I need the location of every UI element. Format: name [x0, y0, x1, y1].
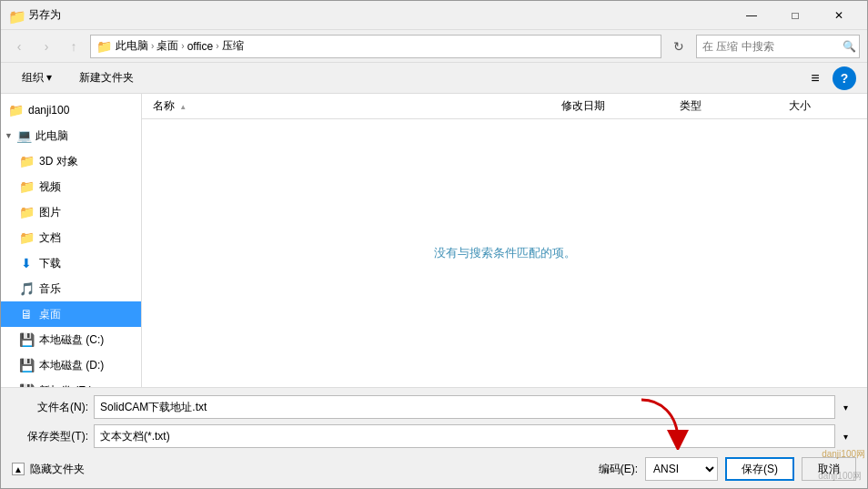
filetype-input-wrap: ▾	[94, 424, 856, 448]
filetype-row: 保存类型(T): ▾	[12, 424, 856, 448]
hide-files-label: 隐藏文件夹	[30, 462, 85, 477]
picture-icon: 📁	[19, 205, 34, 219]
folder-icon: 📁	[8, 103, 23, 117]
path-sep3: ›	[216, 41, 218, 51]
address-path: 此电脑 › 桌面 › office › 压缩	[116, 38, 244, 54]
titlebar-title: 另存为	[28, 7, 731, 23]
cancel-button[interactable]: 取消	[802, 457, 856, 481]
titlebar-folder-icon: 📁	[8, 8, 23, 23]
pc-icon: 💻	[16, 128, 32, 143]
search-input[interactable]	[702, 40, 839, 53]
sidebar-label: 文档	[39, 230, 61, 246]
second-toolbar: 组织 ▾ 新建文件夹 ≡ ?	[1, 63, 867, 94]
sidebar-item-drive-e[interactable]: 💾 新加卷 (E:)	[1, 378, 141, 387]
sidebar-label: 桌面	[39, 307, 61, 322]
sidebar-label: 本地磁盘 (D:)	[39, 358, 104, 373]
sidebar-label: 音乐	[39, 281, 61, 297]
file-list-header: 名称 ▲ 修改日期 类型 大小	[142, 94, 867, 119]
refresh-button[interactable]: ↻	[667, 35, 691, 58]
music-icon: 🎵	[19, 281, 34, 296]
bottom-actions: ▲ 隐藏文件夹 编码(E): ANSI UTF-8 Unicode 保存(S) …	[12, 453, 856, 483]
encoding-select[interactable]: ANSI UTF-8 Unicode	[645, 457, 718, 481]
filename-dropdown-arrow[interactable]: ▾	[834, 395, 856, 419]
sidebar-label: 本地磁盘 (C:)	[39, 332, 104, 348]
sidebar-item-desktop[interactable]: 🖥 桌面	[1, 301, 141, 327]
path-desktop: 桌面	[156, 38, 178, 54]
sidebar-item-picture[interactable]: 📁 图片	[1, 199, 141, 225]
toolbar2-right: ≡ ?	[803, 66, 856, 90]
filetype-dropdown-arrow[interactable]: ▾	[834, 424, 856, 448]
col-modified[interactable]: 修改日期	[556, 98, 674, 114]
save-as-dialog: 📁 另存为 — □ ✕ ‹ › ↑ 📁 此电脑 › 桌面 › office › …	[0, 0, 868, 489]
sidebar-item-danji100[interactable]: 📁 danji100	[1, 97, 141, 123]
filename-label: 文件名(N):	[12, 400, 94, 415]
new-folder-button[interactable]: 新建文件夹	[69, 66, 144, 90]
address-folder-icon: 📁	[96, 39, 112, 54]
col-size[interactable]: 大小	[783, 98, 856, 114]
sidebar-item-video[interactable]: 📁 视频	[1, 174, 141, 199]
close-button[interactable]: ✕	[818, 2, 860, 29]
download-icon: ⬇	[19, 256, 34, 270]
sort-icon: ▲	[179, 103, 187, 111]
sidebar-label: 3D 对象	[39, 154, 78, 169]
drive-icon: 💾	[19, 358, 34, 372]
sidebar: 📁 danji100 ▼ 💻 此电脑 📁 3D 对象 📁 视频 📁	[1, 94, 142, 387]
filename-input-wrap: ▾	[94, 395, 856, 419]
sidebar-item-3d[interactable]: 📁 3D 对象	[1, 148, 141, 174]
filename-row: 文件名(N): ▾	[12, 395, 856, 419]
drive-icon: 💾	[19, 332, 34, 347]
up-button[interactable]: ↑	[63, 36, 85, 57]
back-button[interactable]: ‹	[8, 36, 30, 57]
doc-icon: 📁	[19, 230, 34, 245]
sidebar-item-doc[interactable]: 📁 文档	[1, 225, 141, 250]
folder-icon: 📁	[19, 154, 34, 168]
hide-files-toggle[interactable]: ▲ 隐藏文件夹	[12, 462, 85, 477]
organize-button[interactable]: 组织 ▾	[12, 66, 62, 90]
path-compress: 压缩	[222, 38, 244, 54]
search-box[interactable]: 🔍	[696, 35, 860, 58]
chevron-icon: ▼	[5, 131, 13, 140]
encoding-label: 编码(E):	[599, 462, 638, 477]
path-sep2: ›	[181, 41, 184, 51]
help-button[interactable]: ?	[833, 66, 856, 90]
sidebar-label: 图片	[39, 205, 61, 220]
main-content: 📁 danji100 ▼ 💻 此电脑 📁 3D 对象 📁 视频 📁	[1, 94, 867, 387]
file-list-empty: 没有与搜索条件匹配的项。	[142, 119, 867, 387]
filetype-label: 保存类型(T):	[12, 429, 94, 444]
bottom-form: 文件名(N): ▾ 保存类型(T): ▾ ▲ 隐藏文件夹 编码(E):	[1, 387, 867, 488]
filename-input[interactable]	[94, 395, 856, 419]
sidebar-item-drive-d[interactable]: 💾 本地磁盘 (D:)	[1, 352, 141, 378]
filetype-input[interactable]	[94, 424, 856, 448]
sidebar-item-music[interactable]: 🎵 音乐	[1, 276, 141, 301]
sidebar-label: danji100	[28, 104, 69, 117]
address-bar[interactable]: 📁 此电脑 › 桌面 › office › 压缩	[90, 35, 661, 58]
maximize-button[interactable]: □	[774, 2, 816, 29]
path-sep1: ›	[151, 41, 154, 51]
titlebar-buttons: — □ ✕	[731, 2, 860, 29]
empty-message: 没有与搜索条件匹配的项。	[434, 245, 576, 261]
sidebar-label: 视频	[39, 179, 61, 195]
sidebar-item-pc[interactable]: ▼ 💻 此电脑	[1, 123, 141, 148]
path-pc: 此电脑	[116, 38, 148, 54]
address-toolbar: ‹ › ↑ 📁 此电脑 › 桌面 › office › 压缩 ↻ 🔍	[1, 30, 867, 63]
file-list: 名称 ▲ 修改日期 类型 大小 没有与搜索条件匹配的项。	[142, 94, 867, 387]
video-icon: 📁	[19, 179, 34, 194]
sidebar-label: 此电脑	[35, 128, 68, 144]
forward-button[interactable]: ›	[35, 36, 57, 57]
col-name[interactable]: 名称 ▲	[153, 98, 556, 114]
view-button[interactable]: ≡	[803, 66, 827, 90]
path-office: office	[187, 40, 213, 53]
minimize-button[interactable]: —	[731, 2, 772, 29]
sidebar-label: 下载	[39, 256, 61, 271]
sidebar-item-drive-c[interactable]: 💾 本地磁盘 (C:)	[1, 327, 141, 352]
search-icon: 🔍	[843, 40, 856, 53]
col-type[interactable]: 类型	[674, 98, 783, 114]
titlebar: 📁 另存为 — □ ✕	[1, 1, 867, 30]
desktop-icon: 🖥	[19, 307, 34, 321]
sidebar-item-download[interactable]: ⬇ 下载	[1, 250, 141, 276]
save-button[interactable]: 保存(S)	[725, 457, 794, 481]
bottom-actions-right: 编码(E): ANSI UTF-8 Unicode 保存(S) 取消	[599, 457, 856, 481]
toggle-icon: ▲	[12, 463, 25, 475]
